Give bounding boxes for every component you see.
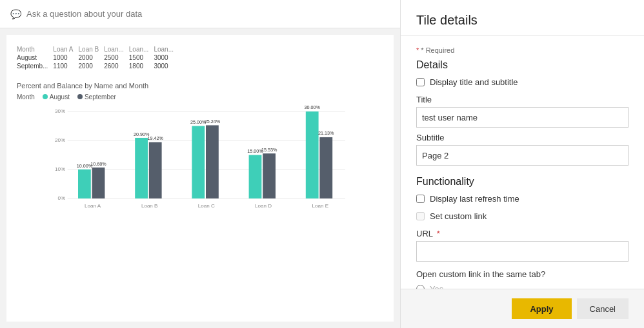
svg-text:Loan C: Loan C (198, 203, 215, 209)
display-title-row[interactable]: Display title and subtitle (416, 77, 629, 87)
svg-text:30%: 30% (55, 108, 65, 114)
chart-title: Percent and Balance by Name and Month (17, 82, 383, 90)
qa-input[interactable] (26, 9, 390, 19)
cancel-button[interactable]: Cancel (577, 298, 629, 319)
mini-table: MonthLoan ALoan BLoan...Loan...Loan...Au… (17, 45, 383, 70)
subtitle-field-label: Subtitle (416, 133, 629, 142)
qa-icon: 💬 (10, 9, 21, 19)
svg-rect-20 (206, 125, 219, 198)
svg-text:10%: 10% (55, 166, 65, 172)
svg-text:Loan B: Loan B (141, 203, 158, 209)
legend-september: September (77, 93, 116, 101)
svg-text:Loan E: Loan E (312, 203, 328, 209)
set-custom-link-checkbox (416, 212, 425, 220)
svg-text:Loan A: Loan A (85, 203, 101, 209)
svg-rect-13 (135, 138, 148, 198)
title-input[interactable] (416, 107, 629, 128)
svg-text:Loan D: Loan D (255, 203, 272, 209)
apply-button[interactable]: Apply (512, 298, 571, 319)
panel-footer: Apply Cancel (401, 289, 644, 328)
svg-text:15.53%: 15.53% (261, 147, 277, 153)
svg-rect-15 (149, 142, 162, 198)
svg-rect-18 (192, 126, 205, 199)
svg-rect-25 (263, 153, 276, 198)
bar-chart: 30% 20% 10% 0% 10.00% 10.68% Loan A (17, 106, 383, 224)
display-title-checkbox[interactable] (416, 78, 425, 86)
subtitle-input[interactable] (416, 145, 629, 166)
left-panel: 💬 MonthLoan ALoan BLoan...Loan...Loan...… (0, 0, 400, 328)
url-field-label: URL * (416, 229, 629, 238)
svg-text:21.13%: 21.13% (318, 130, 334, 136)
display-title-label[interactable]: Display title and subtitle (430, 77, 518, 87)
legend-label: Month (17, 93, 35, 101)
right-panel: Tile details * * Required Details Displa… (400, 0, 644, 328)
svg-rect-28 (306, 111, 319, 198)
display-refresh-label[interactable]: Display last refresh time (430, 194, 519, 204)
legend-august: August (43, 93, 70, 101)
display-refresh-row[interactable]: Display last refresh time (416, 194, 629, 204)
svg-rect-23 (249, 155, 262, 199)
panel-body: * * Required Details Display title and s… (401, 36, 644, 289)
chart-legend: Month August September (17, 93, 383, 101)
yes-radio-row[interactable]: Yes (416, 284, 629, 289)
svg-rect-30 (319, 137, 332, 198)
yes-label[interactable]: Yes (430, 284, 443, 289)
svg-text:30.00%: 30.00% (305, 106, 321, 110)
panel-title: Tile details (401, 0, 644, 36)
set-custom-link-row: Set custom link (416, 211, 629, 221)
functionality-section-title: Functionality (416, 176, 629, 188)
svg-text:25.24%: 25.24% (205, 119, 221, 124)
svg-rect-10 (92, 168, 105, 198)
display-refresh-checkbox[interactable] (416, 195, 425, 203)
svg-text:20%: 20% (55, 137, 65, 143)
svg-text:0%: 0% (58, 195, 66, 201)
set-custom-link-label: Set custom link (430, 211, 487, 221)
qa-bar[interactable]: 💬 (0, 0, 400, 28)
svg-text:10.68%: 10.68% (90, 161, 106, 167)
title-field-label: Title (416, 95, 629, 104)
svg-text:19.42%: 19.42% (148, 135, 164, 141)
details-section-title: Details (416, 59, 629, 71)
url-input[interactable] (416, 241, 629, 262)
open-link-label: Open custom link in the same tab? (416, 269, 629, 279)
svg-rect-8 (78, 169, 91, 198)
chart-container: MonthLoan ALoan BLoan...Loan...Loan...Au… (6, 35, 394, 322)
required-note: * * Required (416, 46, 629, 54)
